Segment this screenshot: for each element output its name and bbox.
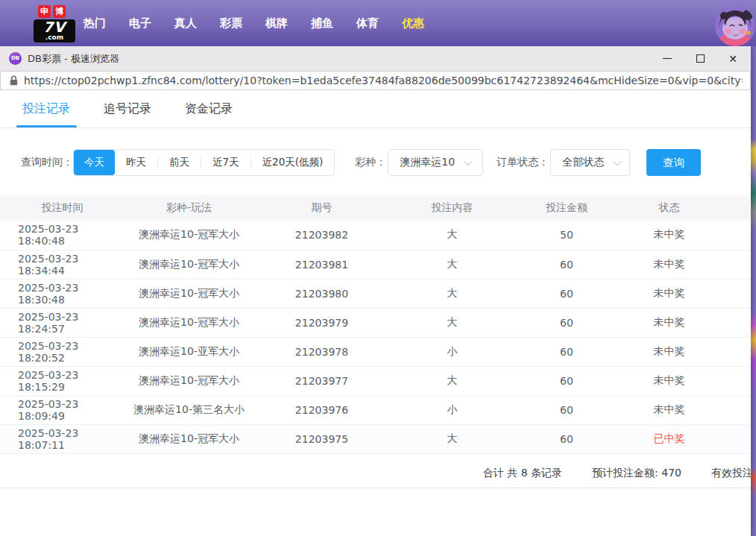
cell-issue: 21203981 (253, 250, 390, 279)
cell-time: 2025-03-23 18:24:57 (0, 308, 125, 337)
cell-content: 小 (390, 337, 514, 366)
logo-main-text: 7V (34, 20, 75, 34)
header-cell-content: 投注内容 (390, 195, 514, 221)
tab-chase-records-label: 追号记录 (104, 101, 151, 117)
order-status-select[interactable]: 全部状态 (550, 149, 630, 176)
cell-content: 大 (390, 308, 514, 337)
time-option-yesterday[interactable]: 昨天 (115, 150, 157, 175)
table-row: 2025-03-23 18:07:11 澳洲幸运10-冠军大小 21203975… (0, 424, 751, 453)
cell-time: 2025-03-23 18:30:48 (0, 279, 125, 308)
maximize-icon (696, 54, 705, 63)
nav-item-fishing[interactable]: 捕鱼 (311, 16, 333, 31)
page-content: 投注记录 追号记录 资金记录 查询时间： 今天 昨天 前天 近7天 近20天(低… (0, 90, 751, 536)
tab-chase-records[interactable]: 追号记录 (104, 90, 151, 127)
time-option-today[interactable]: 今天 (74, 150, 115, 175)
nav-item-board[interactable]: 棋牌 (265, 16, 288, 31)
cell-game: 澳洲幸运10-第三名大小 (125, 395, 253, 424)
table-row: 2025-03-23 18:24:57 澳洲幸运10-冠军大小 21203979… (0, 308, 751, 337)
lock-icon (10, 75, 18, 86)
bet-records-table: 投注时间 彩种-玩法 期号 投注内容 投注金额 状态 2025-03-23 18… (0, 195, 751, 454)
cell-issue: 21203979 (253, 308, 390, 337)
nav-item-sports[interactable]: 体育 (356, 16, 379, 31)
header-cell-game: 彩种-玩法 (125, 195, 253, 221)
header-cell-status: 状态 (619, 195, 719, 221)
summary-valid: 有效投注金额 (711, 467, 751, 480)
table-header-row: 投注时间 彩种-玩法 期号 投注内容 投注金额 状态 (0, 195, 751, 221)
cell-time: 2025-03-23 18:09:49 (0, 395, 125, 424)
browser-titlebar: DB DB彩票 - 极速浏览器 ✕ (0, 46, 751, 71)
table-row: 2025-03-23 18:20:52 澳洲幸运10-亚军大小 21203978… (0, 337, 751, 366)
cell-amount: 60 (514, 250, 619, 279)
table-row: 2025-03-23 18:15:29 澳洲幸运10-冠军大小 21203977… (0, 366, 751, 395)
header-cell-time: 投注时间 (0, 195, 125, 221)
cell-content: 小 (390, 395, 514, 424)
nav-item-live[interactable]: 真人 (174, 16, 197, 31)
summary-bar: 合计 共 8 条记录 预计投注金额: 470 有效投注金额 (0, 459, 751, 488)
tab-bet-records[interactable]: 投注记录 (22, 90, 70, 127)
cell-content: 大 (390, 424, 514, 453)
cell-game: 澳洲幸运10-冠军大小 (125, 424, 253, 453)
cell-game: 澳洲幸运10-冠军大小 (125, 279, 253, 308)
nav-item-hot[interactable]: 热门 (84, 16, 106, 31)
cell-time: 2025-03-23 18:34:44 (0, 250, 125, 279)
tab-fund-records-label: 资金记录 (185, 101, 233, 117)
avatar-illustration (715, 6, 755, 46)
table-row: 2025-03-23 18:30:48 澳洲幸运10-冠军大小 21203980… (0, 279, 751, 308)
cell-status: 已中奖 (619, 424, 719, 453)
cell-game: 澳洲幸运10-冠军大小 (125, 366, 253, 395)
table-row: 2025-03-23 18:40:48 澳洲幸运10-冠军大小 21203982… (0, 221, 751, 250)
cell-time: 2025-03-23 18:20:52 (0, 337, 125, 366)
tab-fund-records[interactable]: 资金记录 (185, 90, 233, 127)
cell-game: 澳洲幸运10-冠军大小 (125, 308, 253, 337)
cell-amount: 50 (514, 221, 619, 250)
lottery-type-select[interactable]: 澳洲幸运10 (388, 149, 483, 176)
cell-content: 大 (390, 221, 514, 250)
cell-issue: 21203977 (253, 366, 390, 395)
cell-issue: 21203978 (253, 337, 390, 366)
time-option-last-7-days[interactable]: 近7天 (201, 150, 251, 175)
time-option-day-before[interactable]: 前天 (158, 150, 201, 175)
cell-status: 未中奖 (619, 279, 719, 308)
cell-game: 澳洲幸运10-冠军大小 (125, 221, 253, 250)
cell-time: 2025-03-23 18:15:29 (0, 366, 125, 395)
filters-bar: 查询时间： 今天 昨天 前天 近7天 近20天(低频) 彩种： 澳洲幸运10 订… (21, 149, 701, 176)
cell-status: 未中奖 (619, 308, 719, 337)
nav-item-lottery[interactable]: 彩票 (220, 16, 242, 31)
cell-game: 澳洲幸运10-亚军大小 (125, 337, 253, 366)
minimize-icon (663, 58, 672, 59)
nav-item-promo[interactable]: 优惠 (402, 16, 424, 31)
site-nav: 申 博 7V .com 热门 电子 真人 彩票 棋牌 捕鱼 体育 优惠 (0, 0, 756, 46)
background-page-strip (751, 46, 756, 536)
main-nav: 热门 电子 真人 彩票 棋牌 捕鱼 体育 优惠 (84, 0, 424, 46)
record-tabs: 投注记录 追号记录 资金记录 (0, 90, 751, 128)
minimize-button[interactable] (651, 46, 684, 71)
cell-game: 澳洲幸运10-冠军大小 (125, 250, 253, 279)
time-filter-label: 查询时间： (21, 156, 73, 169)
cell-status: 未中奖 (619, 221, 719, 250)
maximize-button[interactable] (684, 46, 716, 71)
cell-status: 未中奖 (619, 250, 719, 279)
browser-window: DB DB彩票 - 极速浏览器 ✕ https://ctop02pchwp1.z… (0, 46, 751, 536)
order-status-value: 全部状态 (562, 156, 604, 169)
cell-content: 大 (390, 366, 514, 395)
logo-badge-bo: 博 (53, 5, 66, 18)
lottery-type-label: 彩种： (355, 156, 386, 169)
query-button[interactable]: 查询 (646, 149, 701, 176)
browser-favicon: DB (9, 52, 22, 65)
cell-amount: 60 (514, 424, 619, 453)
time-filter-group: 今天 昨天 前天 近7天 近20天(低频) (73, 149, 335, 176)
window-title: DB彩票 - 极速浏览器 (28, 52, 651, 66)
table-row: 2025-03-23 18:34:44 澳洲幸运10-冠军大小 21203981… (0, 250, 751, 279)
cell-issue: 21203976 (253, 395, 390, 424)
nav-item-slots[interactable]: 电子 (129, 16, 151, 31)
brand-logo[interactable]: 申 博 7V .com (34, 5, 80, 42)
time-option-last-20-days[interactable]: 近20天(低频) (251, 150, 335, 175)
close-button[interactable]: ✕ (716, 46, 749, 71)
url-bar[interactable]: https://ctop02pchwp1.zfnc84.com/lottery/… (0, 71, 751, 90)
cell-issue: 21203975 (253, 424, 390, 453)
cell-amount: 60 (514, 366, 619, 395)
cell-amount: 60 (514, 308, 619, 337)
user-avatar[interactable] (715, 6, 755, 46)
tab-bet-records-label: 投注记录 (22, 101, 70, 117)
cell-time: 2025-03-23 18:07:11 (0, 424, 125, 453)
